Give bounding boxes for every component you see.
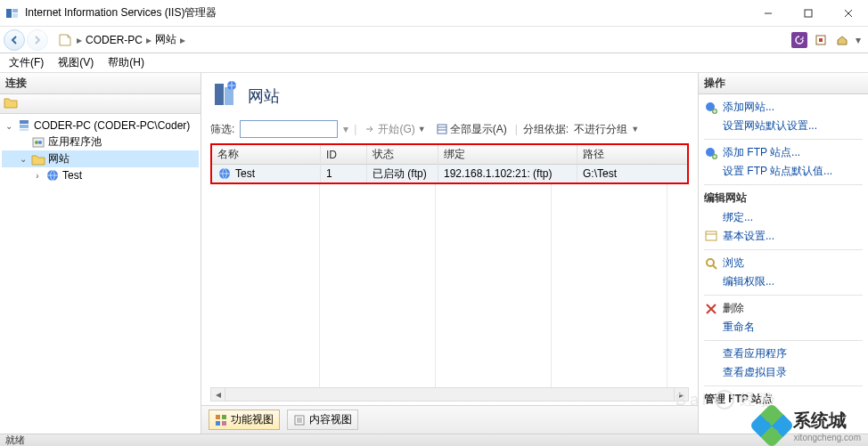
collapse-icon[interactable]: ⌄	[18, 154, 29, 164]
navigation-bar: ▸ CODER-PC ▸ 网站 ▸ ▾	[0, 27, 868, 53]
action-label: 查看应用程序	[723, 346, 787, 361]
globe-add-icon	[704, 146, 718, 160]
window-controls	[748, 0, 868, 26]
menubar: 文件(F) 视图(V) 帮助(H)	[0, 53, 868, 73]
action-set-site-defaults[interactable]: 设置网站默认设置...	[704, 117, 863, 135]
action-set-ftp-defaults[interactable]: 设置 FTP 站点默认值...	[704, 162, 863, 181]
connections-tree[interactable]: ⌄ CODER-PC (CODER-PC\Coder) 应用程序池 ⌄ 网站 ›…	[0, 114, 201, 187]
tree-label: CODER-PC (CODER-PC\Coder)	[34, 119, 190, 132]
svg-point-31	[707, 259, 714, 266]
th-path[interactable]: 路径	[577, 145, 687, 164]
tree-apppools-node[interactable]: 应用程序池	[2, 134, 199, 150]
svg-rect-2	[12, 13, 18, 18]
horizontal-scrollbar[interactable]: ◂ ▸	[210, 387, 689, 401]
crumb-server[interactable]: CODER-PC	[86, 34, 143, 46]
breadcrumb-page-icon	[56, 33, 74, 47]
crumb-sep-icon: ▸	[77, 34, 82, 46]
showall-button[interactable]: 全部显示(A)	[434, 121, 510, 138]
action-label: 查看虚拟目录	[723, 365, 787, 380]
close-button[interactable]	[828, 0, 868, 26]
cell-binding: 192.168.1.102:21: (ftp)	[438, 165, 577, 182]
group-select[interactable]: 不进行分组 ▼	[574, 122, 639, 137]
svg-rect-16	[215, 84, 224, 105]
action-bindings[interactable]: 绑定...	[704, 208, 863, 227]
action-basic-settings[interactable]: 基本设置...	[704, 227, 863, 246]
crumb-sep-icon: ▸	[180, 34, 185, 46]
tab-features-view[interactable]: 功能视图	[209, 410, 280, 430]
scroll-left-icon[interactable]: ◂	[211, 388, 225, 401]
svg-rect-0	[6, 9, 12, 18]
server-icon	[17, 118, 31, 133]
sites-table: 名称 ID 状态 绑定 路径 Test 1 已启动 (ftp) 192.168.…	[210, 143, 689, 184]
crumb-sep-icon: ▸	[146, 34, 151, 46]
nav-refresh-icon[interactable]	[791, 32, 807, 48]
tree-server-node[interactable]: ⌄ CODER-PC (CODER-PC\Coder)	[2, 118, 199, 134]
table-empty-area	[210, 184, 689, 387]
connections-toolbar	[0, 94, 201, 114]
view-tabs: 功能视图 内容视图	[201, 405, 698, 434]
action-label: 重命名	[723, 320, 755, 335]
tree-label: 应用程序池	[48, 134, 102, 150]
nav-stop-icon[interactable]	[813, 32, 829, 48]
nav-home-icon[interactable]	[834, 32, 850, 48]
action-label: 添加 FTP 站点...	[723, 145, 800, 160]
page-title: 网站	[248, 85, 280, 107]
tree-sites-node[interactable]: ⌄ 网站	[2, 150, 199, 167]
action-browse[interactable]: 浏览	[704, 254, 863, 272]
action-view-vdirs[interactable]: 查看虚拟目录	[704, 363, 863, 382]
maximize-button[interactable]	[788, 0, 828, 26]
group-edit-site: 编辑网站	[704, 191, 863, 206]
svg-rect-9	[20, 120, 29, 124]
globe-add-icon	[704, 101, 718, 115]
action-label: 浏览	[723, 255, 744, 271]
svg-rect-1	[12, 9, 18, 12]
minimize-button[interactable]	[748, 0, 788, 26]
menu-help[interactable]: 帮助(H)	[108, 55, 144, 70]
content-icon	[293, 414, 306, 426]
table-row[interactable]: Test 1 已启动 (ftp) 192.168.1.102:21: (ftp)…	[212, 165, 687, 182]
nav-forward-button[interactable]	[27, 29, 48, 51]
tree-label: Test	[62, 169, 82, 182]
content-panel: 网站 筛选: ▾ | 开始(G) ▼ 全部显示(A) | 分组依据: 不进行分组…	[201, 73, 699, 434]
showall-icon	[437, 124, 447, 134]
svg-rect-30	[706, 231, 717, 240]
tab-content-view[interactable]: 内容视图	[287, 410, 358, 430]
action-add-website[interactable]: 添加网站...	[704, 98, 863, 117]
action-delete[interactable]: 删除	[704, 299, 863, 318]
cell-id: 1	[321, 165, 367, 182]
collapse-icon[interactable]: ⌄	[4, 121, 14, 131]
menu-view[interactable]: 视图(V)	[58, 55, 94, 70]
svg-rect-21	[216, 415, 220, 419]
th-name[interactable]: 名称	[212, 145, 321, 164]
scroll-right-icon[interactable]: ▸	[674, 388, 688, 401]
action-label: 删除	[723, 301, 744, 316]
svg-rect-8	[819, 38, 823, 42]
action-rename[interactable]: 重命名	[704, 318, 863, 337]
action-view-apps[interactable]: 查看应用程序	[704, 345, 863, 363]
menu-file[interactable]: 文件(F)	[9, 55, 44, 70]
tab-label: 内容视图	[309, 412, 352, 427]
globe-icon	[217, 166, 232, 181]
action-edit-permissions[interactable]: 编辑权限...	[704, 272, 863, 291]
breadcrumb[interactable]: ▸ CODER-PC ▸ 网站 ▸	[77, 32, 791, 47]
crumb-sites[interactable]: 网站	[155, 32, 176, 47]
folder-icon[interactable]	[4, 96, 18, 111]
svg-rect-10	[20, 125, 29, 128]
tree-site-test-node[interactable]: › Test	[2, 167, 199, 183]
expand-icon[interactable]: ›	[32, 171, 43, 181]
status-text: 就绪	[5, 434, 25, 445]
browse-icon	[704, 256, 718, 271]
th-id[interactable]: ID	[321, 145, 367, 164]
th-status[interactable]: 状态	[367, 145, 438, 164]
filter-label: 筛选:	[210, 122, 234, 137]
table-header-row: 名称 ID 状态 绑定 路径	[212, 145, 687, 165]
nav-back-button[interactable]	[4, 29, 25, 51]
th-binding[interactable]: 绑定	[438, 145, 577, 164]
action-label: 基本设置...	[723, 229, 774, 244]
filter-input[interactable]	[240, 120, 338, 138]
action-add-ftp-site[interactable]: 添加 FTP 站点...	[704, 143, 863, 162]
action-label: 设置 FTP 站点默认值...	[723, 164, 832, 179]
start-button[interactable]: 开始(G) ▼	[362, 121, 428, 138]
nav-help-dropdown[interactable]: ▾	[856, 34, 861, 46]
start-label: 开始(G)	[378, 122, 414, 137]
